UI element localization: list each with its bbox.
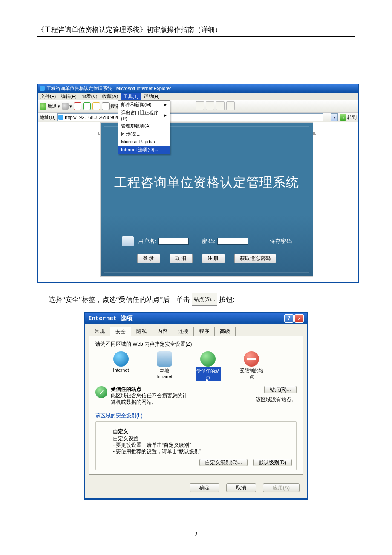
address-label: 地址(D) [40, 114, 55, 121]
tab-programs[interactable]: 程序 [193, 327, 215, 336]
trusted-icon [200, 351, 216, 367]
menu-edit[interactable]: 编辑(E) [58, 93, 79, 100]
sites-button[interactable]: 站点(S)... [264, 386, 297, 393]
close-button[interactable]: ✕ [294, 314, 304, 323]
forward-button[interactable]: ▾ [62, 103, 72, 110]
toolbar-extra-icons [196, 101, 235, 110]
back-label: 后退 [47, 103, 57, 110]
zones-prompt: 请为不同区域的 Web 内容指定安全设置(Z) [95, 341, 297, 348]
address-dropdown[interactable]: ▾ [331, 113, 338, 121]
zone-internet[interactable]: Internet [104, 351, 138, 381]
monitor-icon [122, 236, 134, 246]
ie-menubar: 文件(F) 编辑(E) 查看(V) 收藏(A) 工具(T) 帮助(H) [38, 92, 358, 100]
menu-help[interactable]: 帮助(H) [141, 93, 162, 100]
address-url: http://192.168.3.26:8090/lo [65, 115, 121, 120]
default-level-button[interactable]: 默认级别(D) [253, 459, 292, 466]
home-icon[interactable] [92, 102, 100, 110]
help-button[interactable]: ? [284, 314, 294, 323]
tools-update[interactable]: Microsoft Update [118, 138, 170, 145]
ie-toolbar: 后退 ▾ ▾ 搜索 邮件和新闻(M)▸ 弹出窗口阻止程序(P)▸ 管理加载项(A… [38, 100, 358, 113]
trusted-heading: 受信任的站点 [111, 386, 141, 392]
address-input[interactable]: http://192.168.3.26:8090/lo [57, 113, 323, 121]
zone-restricted-sites[interactable]: 受限制的站 点 [234, 351, 268, 381]
ok-button[interactable]: 确定 [190, 483, 219, 492]
menu-view[interactable]: 查看(V) [79, 93, 100, 100]
ie-icon [40, 86, 45, 91]
ie-address-bar: 地址(D) http://192.168.3.26:8090/lo ▾ →转到 [38, 113, 358, 122]
page-number: 2 [0, 531, 392, 538]
login-buttons: 登录 取消 注册 获取遗忘密码 [101, 254, 313, 263]
username-label: 用户名: [138, 237, 156, 245]
go-button[interactable]: →转到 [340, 114, 357, 121]
tools-dropdown: 邮件和新闻(M)▸ 弹出窗口阻止程序(P)▸ 管理加载项(A)... 同步(S)… [118, 100, 170, 154]
globe-icon [113, 351, 129, 367]
cancel-button[interactable]: 取消 [170, 254, 193, 263]
menu-tools[interactable]: 工具(T) [121, 93, 141, 100]
tab-advanced[interactable]: 高级 [214, 327, 236, 336]
forward-icon [62, 103, 69, 110]
zones-list: Internet 本地 Intranet 受信任的站 点 受限制的站 点 [95, 351, 297, 381]
no-sites-label: 该区域没有站点。 [256, 396, 297, 403]
zone-trusted-sites[interactable]: 受信任的站 点 [191, 351, 225, 381]
zone-local-intranet[interactable]: 本地 Intranet [147, 351, 182, 381]
menu-file[interactable]: 文件(F) [38, 93, 58, 100]
restricted-icon [244, 351, 259, 367]
login-row: 用户名: 密 码: 保存密码 [122, 236, 300, 246]
refresh-icon[interactable] [83, 102, 91, 110]
tools-popup[interactable]: 弹出窗口阻止程序(P)▸ [118, 109, 170, 122]
tab-security[interactable]: 安全 [110, 327, 131, 336]
zone-label: 本地 Intranet [147, 367, 182, 379]
security-panel: 请为不同区域的 Web 内容指定安全设置(Z) Internet 本地 Intr… [89, 336, 303, 475]
back-button[interactable]: 后退 ▾ [40, 103, 60, 110]
search-button[interactable]: 搜索 [102, 102, 120, 110]
addon-icon[interactable] [216, 101, 225, 110]
forgot-button[interactable]: 获取遗忘密码 [234, 254, 276, 263]
tab-privacy[interactable]: 隐私 [131, 327, 152, 336]
dialog-footer: 确定 取消 应用(A) [85, 479, 307, 498]
custom-heading: 自定义 [113, 428, 292, 435]
page-icon [58, 115, 63, 120]
tools-internet-options[interactable]: Internet 选项(O)... [118, 146, 170, 154]
back-icon [40, 103, 46, 110]
username-input[interactable] [158, 238, 189, 245]
tools-sync[interactable]: 同步(S)... [118, 130, 170, 138]
login-button[interactable]: 登录 [137, 254, 160, 263]
tab-general[interactable]: 常规 [89, 327, 110, 336]
internet-options-dialog: Internet 选项 ? ✕ 常规 安全 隐私 内容 连接 程序 高级 请为不… [84, 312, 308, 500]
custom-level-button[interactable]: 自定义级别(C)... [199, 459, 248, 466]
inline-sites-button: 站点(S)... [192, 293, 217, 306]
addon-icon[interactable] [196, 101, 204, 110]
password-input[interactable] [217, 238, 248, 245]
menu-favorites[interactable]: 收藏(A) [100, 93, 121, 100]
apply-button[interactable]: 应用(A) [263, 483, 300, 492]
search-icon [102, 102, 110, 110]
security-level-group-title: 该区域的安全级别(L) [95, 412, 297, 419]
remember-label: 保存密码 [270, 237, 292, 245]
register-button[interactable]: 注册 [202, 254, 225, 263]
addon-icon[interactable] [206, 101, 214, 110]
password-label: 密 码: [202, 237, 216, 245]
instruction-text: 选择“安全”标签，点选“受信任的站点”后，单击 站点(S)... 按钮: [37, 293, 355, 306]
stop-icon[interactable] [74, 102, 81, 110]
dialog-titlebar: Internet 选项 ? ✕ [85, 313, 307, 324]
addon-icon[interactable] [226, 101, 235, 110]
dialog-tabs: 常规 安全 隐私 内容 连接 程序 高级 [85, 324, 307, 336]
go-icon: → [340, 114, 346, 121]
ie-titlebar: 工程咨询单位资格认定管理系统 - Microsoft Internet Expl… [38, 84, 358, 92]
trusted-desc: 此区域包含您信任不会损害您的计 算机或数据的网站。 [111, 393, 187, 405]
go-label: 转到 [347, 114, 357, 121]
zone-label: 受信任的站 点 [196, 367, 221, 381]
check-icon: ✓ [95, 386, 107, 398]
document-header: 《工程咨询单位资格认定管理系统》初审版操作指南（详细） [37, 26, 355, 37]
tools-mail[interactable]: 邮件和新闻(M)▸ [118, 101, 170, 109]
trusted-group: ✓ 受信任的站点 此区域包含您信任不会损害您的计 算机或数据的网站。 站点(S)… [95, 386, 297, 408]
tab-content[interactable]: 内容 [152, 327, 173, 336]
tools-addons[interactable]: 管理加载项(A)... [118, 122, 170, 130]
remember-checkbox[interactable] [261, 239, 266, 244]
cancel-button[interactable]: 取消 [226, 483, 256, 492]
tab-connections[interactable]: 连接 [173, 327, 194, 336]
ie-content: 工程咨询单位资格认定管理系统 用户名: 密 码: 保存密码 登录 取消 注册 [38, 122, 358, 282]
custom-line2: - 要使用推荐的设置，请单击“默认级别” [113, 448, 292, 455]
zone-label: 受限制的站 点 [234, 367, 268, 380]
custom-sub: 自定义设置 [113, 436, 292, 442]
